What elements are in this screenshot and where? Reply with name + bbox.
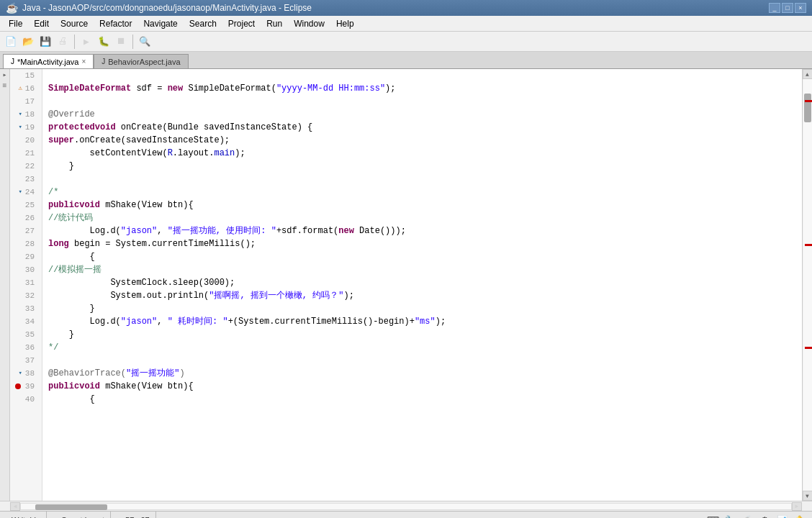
code-area[interactable]: 15 ⚠ 16 17 ▾ 18 ▾ 19 20 21 22 23 ▾ 24 25 <box>10 69 802 501</box>
line-num-27: 27 <box>13 224 37 237</box>
code-line-16: SimpleDateFormat sdf = new SimpleDateFor… <box>48 82 802 95</box>
menu-file[interactable]: File <box>3 16 28 31</box>
line-num-25: 25 <box>13 199 37 212</box>
status-icon-3[interactable]: ☕ <box>740 513 754 519</box>
code-line-22: } <box>48 160 802 173</box>
code-line-21: setContentView(R.layout.main); <box>48 147 802 160</box>
menu-help[interactable]: Help <box>330 16 360 31</box>
line-num-19: ▾ 19 <box>13 121 37 134</box>
status-bar: Writable Smart Insert 57 : 27 ⌨ 🔧 ☕ ⚙ 📊 … <box>0 511 812 518</box>
new-button[interactable]: 📄 <box>3 34 19 50</box>
line-38-fold[interactable]: ▾ <box>18 367 22 380</box>
tab-main-activity[interactable]: J *MainActivity.java × <box>3 54 94 68</box>
save-button[interactable]: 💾 <box>37 34 53 50</box>
debug-button[interactable]: 🐛 <box>96 34 112 50</box>
left-sidebar: ▸ ≡ <box>0 69 10 501</box>
line-num-29: 29 <box>13 250 37 263</box>
line-num-15-num: 15 <box>25 69 35 82</box>
scroll-down-arrow[interactable]: ▼ <box>803 491 813 501</box>
line-num-40: 40 <box>13 393 37 406</box>
code-line-36: */ <box>48 341 802 354</box>
line-24-fold[interactable]: ▾ <box>18 186 22 199</box>
line-num-15: 15 <box>13 69 37 82</box>
line-num-35: 35 <box>13 328 37 341</box>
scroll-error-2 <box>805 244 812 246</box>
h-scroll-thumb[interactable] <box>35 504 107 510</box>
line-num-36: 36 <box>13 341 37 354</box>
code-line-19: protected void onCreate(Bundle savedInst… <box>48 121 802 134</box>
line-num-37: 37 <box>13 354 37 367</box>
scroll-error-3 <box>805 347 812 349</box>
line-num-16: ⚠ 16 <box>13 82 37 95</box>
line-18-fold[interactable]: ▾ <box>18 108 22 121</box>
code-line-37 <box>48 354 802 367</box>
line-num-18: ▾ 18 <box>13 108 37 121</box>
search-btn[interactable]: 🔍 <box>137 34 153 50</box>
status-icon-4[interactable]: ⚙ <box>757 513 772 519</box>
scroll-up-arrow[interactable]: ▲ <box>803 69 813 79</box>
line-num-22: 22 <box>13 160 37 173</box>
code-line-35: } <box>48 328 802 341</box>
minimize-button[interactable]: _ <box>769 3 780 13</box>
status-icon-5[interactable]: 📊 <box>775 513 789 519</box>
code-line-33: } <box>48 302 802 315</box>
sidebar-icon-1[interactable]: ▸ <box>2 71 6 79</box>
code-line-32: System.out.println("摇啊摇, 摇到一个橄橄, 约吗？"); <box>48 289 802 302</box>
code-line-25: public void mShake(View btn){ <box>48 199 802 212</box>
code-line-20: super.onCreate(savedInstanceState); <box>48 134 802 147</box>
line-num-26: 26 <box>13 212 37 224</box>
run-button[interactable]: ▶ <box>78 34 94 50</box>
h-scroll-left[interactable]: ◀ <box>10 502 20 511</box>
stop-button[interactable]: ⏹ <box>113 34 129 50</box>
menu-source[interactable]: Source <box>55 16 94 31</box>
status-position: 57 : 27 <box>119 512 156 518</box>
right-scrollbar[interactable]: ▲ ▼ <box>802 69 812 501</box>
status-icon-6[interactable]: 🔔 <box>792 513 806 519</box>
open-button[interactable]: 📂 <box>20 34 36 50</box>
menu-edit[interactable]: Edit <box>28 16 55 31</box>
status-writable: Writable <box>6 512 47 518</box>
maximize-button[interactable]: □ <box>782 3 793 13</box>
line-16-warn-icon: ⚠ <box>18 82 22 95</box>
tab-main-activity-label: *MainActivity.java <box>17 58 78 66</box>
bottom-scrollbar[interactable]: ◀ ▶ <box>0 501 812 511</box>
status-icon-1[interactable]: ⌨ <box>705 513 720 519</box>
code-line-40: { <box>48 393 802 406</box>
title-bar: ☕ Java - JasonAOP/src/com/dongnaoedu/jas… <box>0 0 812 16</box>
code-line-31: SystemClock.sleep(3000); <box>48 276 802 289</box>
editor-container: ▸ ≡ 15 ⚠ 16 17 ▾ 18 ▾ 19 20 21 22 23 <box>0 69 812 501</box>
scroll-track[interactable] <box>803 79 812 491</box>
menu-refactor[interactable]: Refactor <box>94 16 137 31</box>
code-line-23 <box>48 173 802 186</box>
code-line-34: Log.d("jason", " 耗时时间: "+(System.current… <box>48 315 802 328</box>
code-line-29: { <box>48 250 802 263</box>
line-num-31: 31 <box>13 276 37 289</box>
close-button[interactable]: × <box>795 3 806 13</box>
line-num-39: 39 <box>13 380 37 393</box>
code-lines[interactable]: SimpleDateFormat sdf = new SimpleDateFor… <box>42 69 802 501</box>
toolbar-sep-1 <box>74 35 75 49</box>
code-line-28: long begin = System.currentTimeMillis(); <box>48 237 802 250</box>
menu-run[interactable]: Run <box>261 16 288 31</box>
tab-behavior-aspect-label: BehaviorAspect.java <box>108 58 180 66</box>
h-scroll-right[interactable]: ▶ <box>792 502 802 511</box>
line-numbers: 15 ⚠ 16 17 ▾ 18 ▾ 19 20 21 22 23 ▾ 24 25 <box>10 69 42 501</box>
tab-behavior-aspect[interactable]: J BehaviorAspect.java <box>94 54 188 68</box>
tab-main-activity-close[interactable]: × <box>81 58 86 65</box>
code-line-38: @BehaviorTrace("摇一摇功能") <box>48 367 802 380</box>
menu-navigate[interactable]: Navigate <box>137 16 183 31</box>
print-button[interactable]: 🖨 <box>55 34 71 50</box>
title-bar-buttons: _ □ × <box>769 3 806 13</box>
scroll-thumb[interactable] <box>804 94 811 122</box>
line-num-21: 21 <box>13 147 37 160</box>
line-num-32: 32 <box>13 289 37 302</box>
menu-search[interactable]: Search <box>184 16 222 31</box>
line-39-bp[interactable] <box>15 383 21 389</box>
line-19-fold[interactable]: ▾ <box>18 121 22 134</box>
status-icon-2[interactable]: 🔧 <box>723 513 737 519</box>
menu-project[interactable]: Project <box>222 16 261 31</box>
sidebar-icon-2[interactable]: ≡ <box>2 82 6 90</box>
h-scroll-track[interactable] <box>20 503 792 510</box>
menu-window[interactable]: Window <box>288 16 330 31</box>
line-num-30: 30 <box>13 263 37 276</box>
